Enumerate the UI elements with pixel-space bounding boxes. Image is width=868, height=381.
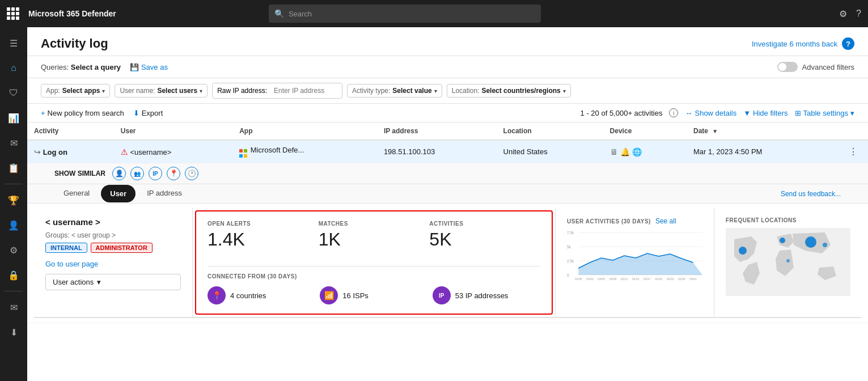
- ip-addresses-stat: IP 53 IP addresses: [433, 286, 540, 304]
- person-similar-icon[interactable]: 👤: [112, 167, 126, 180]
- show-similar-bar: SHOW SIMILAR 👤 👥 IP 📍 🕐: [27, 163, 868, 184]
- open-alerts-value: 1.4K: [208, 229, 312, 250]
- matches-value: 1K: [319, 229, 423, 250]
- app-filter-chevron: ▾: [102, 88, 105, 94]
- export-button[interactable]: ⬇ Export: [133, 109, 163, 117]
- col-app[interactable]: App: [232, 122, 377, 140]
- settings-button[interactable]: ⚙: [839, 9, 847, 19]
- sidebar-item-mail[interactable]: ✉: [2, 132, 25, 154]
- detail-panel-row: < username > Groups: < user group > INTE…: [27, 204, 868, 323]
- toolbar-row: + New policy from search ⬇ Export 1 - 20…: [27, 104, 868, 122]
- detail-panel: < username > Groups: < user group > INTE…: [34, 208, 861, 318]
- connected-grid: 📍 4 countries 📶 16 ISPs IP: [208, 286, 540, 304]
- location-icon: 📍: [208, 286, 226, 304]
- svg-point-22: [805, 236, 816, 248]
- search-input[interactable]: [289, 10, 535, 18]
- ip-address-input[interactable]: [269, 84, 337, 97]
- sidebar-item-user[interactable]: 👤: [2, 214, 25, 236]
- device-cell: 🖥 🔔 🌐: [603, 140, 687, 163]
- chevron-down-icon: ▾: [97, 278, 101, 286]
- sidebar-item-chart[interactable]: 📊: [2, 107, 25, 129]
- table-row[interactable]: ↪ Log on ⚠ <username> Micros: [27, 140, 868, 163]
- app-filter[interactable]: App: Select apps ▾: [41, 84, 110, 98]
- tab-ip-address[interactable]: IP address: [138, 184, 191, 203]
- sidebar-item-trophy[interactable]: 🏆: [2, 189, 25, 211]
- location-filter[interactable]: Location: Select countries/regions ▾: [447, 84, 571, 98]
- grid-icon[interactable]: [7, 7, 19, 20]
- col-date[interactable]: Date ▼: [687, 122, 839, 140]
- user-actions-button[interactable]: User actions ▾: [45, 274, 181, 290]
- countries-count: 4 countries: [230, 291, 266, 300]
- svg-point-21: [780, 238, 785, 243]
- new-policy-button[interactable]: + New policy from search: [41, 109, 124, 117]
- more-button[interactable]: ⋮: [845, 145, 861, 158]
- tabs-bar: General User IP address Send us feedback…: [27, 184, 868, 203]
- sidebar-item-email[interactable]: ✉: [2, 296, 25, 319]
- col-location[interactable]: Location: [497, 122, 603, 140]
- user-groups: Groups: < user group >: [45, 231, 181, 239]
- table-icon: ⊞: [795, 109, 801, 117]
- user-filter[interactable]: User name: Select users ▾: [115, 84, 208, 98]
- content-area: Activity log Investigate 6 months back ?…: [27, 27, 868, 381]
- select-query-dropdown[interactable]: Select a query: [71, 63, 121, 71]
- sidebar-item-settings[interactable]: ⚙: [2, 239, 25, 261]
- tab-general[interactable]: General: [54, 184, 99, 203]
- detail-panel-cell: < username > Groups: < user group > INTE…: [27, 204, 868, 323]
- help-button[interactable]: ?: [842, 37, 854, 50]
- chart-title: USER ACTIVITIES (30 DAYS): [567, 218, 651, 225]
- sidebar-item-clipboard[interactable]: 📋: [2, 156, 25, 179]
- main-layout: ☰ ⌂ 🛡 📊 ✉ 📋 🏆 👤 ⚙ 🔒 ✉ ⬇ Activity log Inv…: [0, 27, 868, 381]
- advanced-filters-switch[interactable]: [777, 62, 798, 72]
- user-circle-icon[interactable]: 👥: [130, 167, 144, 180]
- send-feedback-button[interactable]: Send us feedback...: [781, 190, 841, 198]
- advanced-filters-toggle: Advanced filters: [777, 62, 855, 72]
- help-button[interactable]: ?: [856, 9, 861, 19]
- table-settings-button[interactable]: ⊞ Table settings ▾: [795, 109, 855, 117]
- time-similar-icon[interactable]: 🕐: [185, 167, 198, 180]
- toolbar-right: 1 - 20 of 5,000+ activities i ↔ Show det…: [581, 108, 854, 117]
- ip-similar-icon[interactable]: IP: [149, 167, 162, 180]
- show-similar-row: SHOW SIMILAR 👤 👥 IP 📍 🕐: [27, 163, 868, 184]
- go-to-user-link[interactable]: Go to user page: [45, 260, 181, 268]
- sidebar-item-lock[interactable]: 🔒: [2, 264, 25, 286]
- svg-point-24: [786, 259, 790, 263]
- app-icon: [239, 149, 248, 158]
- activities-stat: ACTIVITIES 5K: [429, 221, 540, 257]
- sidebar-item-download[interactable]: ⬇: [2, 321, 25, 344]
- isps-stat: 📶 16 ISPs: [320, 286, 427, 304]
- chart-see-all-link[interactable]: See all: [655, 217, 676, 225]
- investigate-link[interactable]: Investigate 6 months back: [752, 40, 837, 48]
- admin-tag: ADMINISTRATOR: [91, 243, 153, 253]
- col-activity[interactable]: Activity: [27, 122, 114, 140]
- chart-area: 7.5k 5k 2.5k 0: [567, 230, 702, 286]
- hide-filters-button[interactable]: ▼ Hide filters: [743, 109, 787, 117]
- svg-text:02/17: 02/17: [643, 277, 651, 281]
- sidebar-item-home[interactable]: ⌂: [2, 57, 25, 79]
- ip-cell: 198.51.100.103: [377, 140, 497, 163]
- stats-divider: [208, 266, 540, 266]
- svg-point-20: [739, 247, 747, 255]
- arrows-icon: ↔: [685, 109, 692, 117]
- more-actions-cell[interactable]: ⋮: [839, 140, 868, 163]
- sidebar-item-shield[interactable]: 🛡: [2, 82, 25, 104]
- activity-filter-chevron: ▾: [434, 88, 437, 94]
- activity-table: Activity User App IP address Location: [27, 122, 868, 323]
- search-bar[interactable]: 🔍: [269, 5, 541, 23]
- save-as-button[interactable]: 💾 Save as: [130, 63, 168, 71]
- show-details-button[interactable]: ↔ Show details: [685, 109, 736, 117]
- location-similar-icon[interactable]: 📍: [167, 167, 180, 180]
- tab-user[interactable]: User: [101, 185, 136, 202]
- col-device[interactable]: Device: [603, 122, 687, 140]
- app-cell: Microsoft Defe...: [232, 140, 377, 163]
- col-ip[interactable]: IP address: [377, 122, 497, 140]
- col-user[interactable]: User: [114, 122, 232, 140]
- svg-text:02/02: 02/02: [586, 277, 594, 281]
- ip-count: 53 IP addresses: [455, 291, 509, 300]
- svg-text:2.5k: 2.5k: [567, 259, 574, 263]
- page-header: Activity log Investigate 6 months back ?: [27, 27, 868, 56]
- chevron-down-icon: ▾: [850, 109, 854, 117]
- world-map: [726, 228, 850, 296]
- info-icon[interactable]: i: [669, 108, 678, 117]
- activity-type-filter[interactable]: Activity type: Select value ▾: [347, 84, 442, 98]
- sidebar-item-menu[interactable]: ☰: [2, 32, 25, 54]
